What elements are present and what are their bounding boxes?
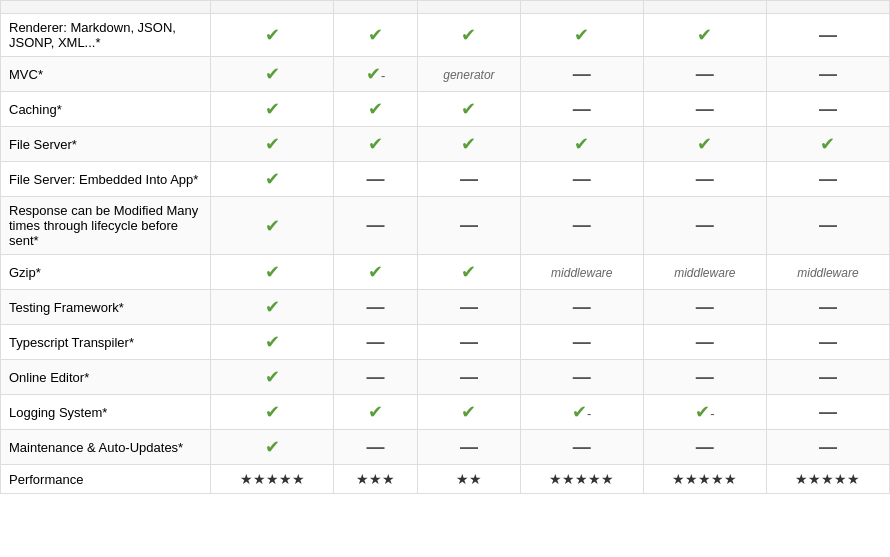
col-header-2	[334, 1, 418, 14]
feature-cell: Testing Framework*	[1, 290, 211, 325]
value-cell: —	[334, 197, 418, 255]
table-row: Caching*✔✔✔———	[1, 92, 890, 127]
value-cell: ✔	[211, 430, 334, 465]
value-cell: —	[643, 57, 766, 92]
value-cell: ✔	[520, 14, 643, 57]
comparison-table: Renderer: Markdown, JSON, JSONP, XML...*…	[0, 0, 890, 494]
value-cell: ★★★★★	[766, 465, 889, 494]
value-cell: ✔	[211, 57, 334, 92]
feature-cell: Caching*	[1, 92, 211, 127]
value-cell: ✔-	[643, 395, 766, 430]
value-cell: ✔	[418, 14, 521, 57]
value-cell: —	[334, 162, 418, 197]
value-cell: ★★★★★	[211, 465, 334, 494]
value-cell: —	[520, 197, 643, 255]
value-cell: —	[520, 162, 643, 197]
value-cell: —	[418, 197, 521, 255]
value-cell: —	[334, 290, 418, 325]
value-cell: ✔	[418, 92, 521, 127]
value-cell: —	[766, 290, 889, 325]
value-cell: —	[334, 360, 418, 395]
table-row: Maintenance & Auto-Updates*✔—————	[1, 430, 890, 465]
feature-cell: File Server: Embedded Into App*	[1, 162, 211, 197]
value-cell: —	[520, 290, 643, 325]
value-cell: middleware	[520, 255, 643, 290]
value-cell: ★★	[418, 465, 521, 494]
feature-cell: Typescript Transpiler*	[1, 325, 211, 360]
table-row: Testing Framework*✔—————	[1, 290, 890, 325]
value-cell: ★★★★★	[520, 465, 643, 494]
value-cell: ✔	[334, 92, 418, 127]
value-cell: ✔	[211, 197, 334, 255]
value-cell: —	[520, 92, 643, 127]
col-header-1	[211, 1, 334, 14]
table-row: Logging System*✔✔✔✔-✔-—	[1, 395, 890, 430]
value-cell: ✔	[418, 395, 521, 430]
value-cell: middleware	[643, 255, 766, 290]
value-cell: ✔	[334, 395, 418, 430]
value-cell: generator	[418, 57, 521, 92]
feature-cell: File Server*	[1, 127, 211, 162]
table-row: Renderer: Markdown, JSON, JSONP, XML...*…	[1, 14, 890, 57]
value-cell: ✔	[211, 92, 334, 127]
feature-cell: Response can be Modified Many times thro…	[1, 197, 211, 255]
value-cell: —	[643, 430, 766, 465]
value-cell: —	[418, 325, 521, 360]
value-cell: ✔	[334, 14, 418, 57]
value-cell: ✔	[766, 127, 889, 162]
value-cell: ✔	[418, 255, 521, 290]
value-cell: —	[520, 57, 643, 92]
value-cell: —	[766, 197, 889, 255]
value-cell: ★★★	[334, 465, 418, 494]
value-cell: ✔	[334, 127, 418, 162]
value-cell: ✔-	[520, 395, 643, 430]
table-row: Response can be Modified Many times thro…	[1, 197, 890, 255]
value-cell: —	[334, 430, 418, 465]
value-cell: —	[766, 14, 889, 57]
value-cell: ✔	[418, 127, 521, 162]
value-cell: —	[520, 325, 643, 360]
value-cell: —	[766, 325, 889, 360]
feature-cell: Renderer: Markdown, JSON, JSONP, XML...*	[1, 14, 211, 57]
value-cell: ★★★★★	[643, 465, 766, 494]
value-cell: ✔	[643, 127, 766, 162]
feature-cell: Online Editor*	[1, 360, 211, 395]
value-cell: ✔	[211, 290, 334, 325]
value-cell: middleware	[766, 255, 889, 290]
value-cell: —	[766, 162, 889, 197]
value-cell: ✔	[211, 325, 334, 360]
table-row: File Server: Embedded Into App*✔—————	[1, 162, 890, 197]
value-cell: —	[520, 430, 643, 465]
value-cell: ✔	[211, 14, 334, 57]
value-cell: —	[334, 325, 418, 360]
value-cell: —	[418, 290, 521, 325]
table-row: Online Editor*✔—————	[1, 360, 890, 395]
value-cell: ✔	[334, 255, 418, 290]
feature-cell: Performance	[1, 465, 211, 494]
value-cell: —	[643, 197, 766, 255]
value-cell: —	[766, 360, 889, 395]
value-cell: ✔	[211, 127, 334, 162]
value-cell: —	[766, 57, 889, 92]
table-row: Typescript Transpiler*✔—————	[1, 325, 890, 360]
col-header-6	[766, 1, 889, 14]
feature-cell: Maintenance & Auto-Updates*	[1, 430, 211, 465]
value-cell: —	[418, 430, 521, 465]
value-cell: ✔	[211, 162, 334, 197]
feature-cell: Gzip*	[1, 255, 211, 290]
value-cell: —	[766, 395, 889, 430]
value-cell: —	[766, 430, 889, 465]
value-cell: —	[643, 162, 766, 197]
col-header-feature	[1, 1, 211, 14]
feature-cell: MVC*	[1, 57, 211, 92]
table-row: Performance★★★★★★★★★★★★★★★★★★★★★★★★★	[1, 465, 890, 494]
table-row: File Server*✔✔✔✔✔✔	[1, 127, 890, 162]
value-cell: —	[643, 92, 766, 127]
value-cell: —	[643, 290, 766, 325]
value-cell: —	[520, 360, 643, 395]
value-cell: ✔	[643, 14, 766, 57]
value-cell: —	[643, 360, 766, 395]
col-header-5	[643, 1, 766, 14]
value-cell: —	[418, 360, 521, 395]
table-row: Gzip*✔✔✔middlewaremiddlewaremiddleware	[1, 255, 890, 290]
